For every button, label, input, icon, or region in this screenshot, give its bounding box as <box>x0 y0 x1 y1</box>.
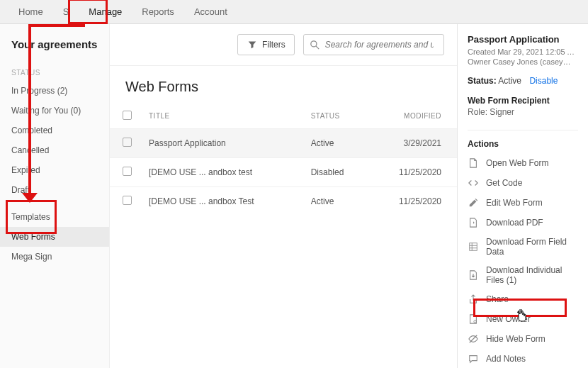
hide-icon <box>468 333 479 345</box>
recipient-block: Web Form Recipient Role: Signer <box>468 96 578 117</box>
table-row[interactable]: [DEMO USE ... andbox test Disabled 11/25… <box>110 158 457 187</box>
sidebar-templates[interactable]: Templates <box>0 207 109 227</box>
action-get-code[interactable]: Get Code <box>468 173 578 193</box>
nav-home[interactable]: Home <box>9 1 53 23</box>
recipient-label: Web Form Recipient <box>468 96 578 106</box>
left-sidebar: Your agreements STATUS In Progress (2) W… <box>0 24 110 368</box>
page-title: Your agreements <box>0 35 109 65</box>
download-data-icon <box>468 241 479 252</box>
action-download-form-field-data[interactable]: Download Form Field Data <box>468 233 578 261</box>
svg-line-4 <box>470 335 477 343</box>
row-checkbox[interactable] <box>123 196 132 205</box>
sidebar-webforms[interactable]: Web Forms <box>0 227 109 247</box>
actions-header: Actions <box>468 130 578 149</box>
row-title: [DEMO USE ... andbox Test <box>140 187 303 216</box>
action-label: Share <box>486 294 509 304</box>
center-pane: Filters Web Forms TITLE STATUS MODIFIED <box>110 24 457 368</box>
action-label: Add Notes <box>486 354 526 364</box>
main-container: Your agreements STATUS In Progress (2) W… <box>0 24 588 368</box>
search-box[interactable] <box>303 34 444 55</box>
new-owner-icon <box>468 313 479 325</box>
sidebar-status-inprogress[interactable]: In Progress (2) <box>0 81 109 101</box>
row-checkbox[interactable] <box>123 167 132 176</box>
table-row[interactable]: Passport Application Active 3/29/2021 <box>110 129 457 158</box>
search-input[interactable] <box>321 40 438 50</box>
filters-button[interactable]: Filters <box>237 34 295 55</box>
action-label: Get Code <box>486 178 522 188</box>
status-label: Status: <box>468 76 497 86</box>
action-open-web-form[interactable]: Open Web Form <box>468 153 578 173</box>
action-label: Download Individual Files (1) <box>486 265 578 285</box>
action-new-owner[interactable]: New Owner <box>468 309 578 329</box>
action-label: New Owner <box>486 314 531 324</box>
nav-account[interactable]: Account <box>184 1 237 23</box>
col-header-modified: MODIFIED <box>368 104 457 129</box>
action-download-pdf[interactable]: Download PDF <box>468 213 578 233</box>
share-icon <box>468 294 479 305</box>
status-section-label: STATUS <box>0 65 109 81</box>
col-header-status: STATUS <box>303 104 369 129</box>
detail-title: Passport Application <box>468 34 578 45</box>
row-status: Disabled <box>303 158 369 187</box>
detail-created: Created Mar 29, 2021 12:05 AM <box>468 48 578 56</box>
row-checkbox[interactable] <box>123 138 132 147</box>
row-modified: 3/29/2021 <box>368 129 457 158</box>
top-nav: Home S Manage Reports Account <box>0 0 588 24</box>
filter-icon <box>247 39 258 50</box>
recipient-role: Role: Signer <box>468 107 578 117</box>
action-download-individual-files[interactable]: Download Individual Files (1) <box>468 261 578 289</box>
row-status: Active <box>303 129 369 158</box>
action-hide-web-form[interactable]: Hide Web Form <box>468 329 578 349</box>
pencil-icon <box>468 197 479 208</box>
content-heading: Web Forms <box>110 66 457 104</box>
detail-pane: Passport Application Created Mar 29, 202… <box>457 24 588 368</box>
action-label: Download Form Field Data <box>486 237 578 257</box>
toolbar: Filters <box>110 24 457 66</box>
notes-icon <box>468 353 479 364</box>
sidebar-megasign[interactable]: Mega Sign <box>0 247 109 267</box>
detail-owner: Owner Casey Jones (casey@caseyjones.d..) <box>468 57 578 66</box>
svg-point-0 <box>311 40 317 46</box>
download-files-icon <box>468 269 479 281</box>
status-value: Active <box>498 76 521 86</box>
download-pdf-icon <box>468 217 479 228</box>
filters-label: Filters <box>262 40 285 50</box>
disable-link[interactable]: Disable <box>529 76 558 86</box>
table-row[interactable]: [DEMO USE ... andbox Test Active 11/25/2… <box>110 187 457 216</box>
row-title: Passport Application <box>140 129 303 158</box>
svg-rect-2 <box>470 243 477 251</box>
code-icon <box>468 177 479 189</box>
action-edit-web-form[interactable]: Edit Web Form <box>468 193 578 213</box>
nav-manage[interactable]: Manage <box>79 1 132 23</box>
row-title: [DEMO USE ... andbox test <box>140 158 303 187</box>
action-add-notes[interactable]: Add Notes <box>468 349 578 368</box>
select-all-checkbox[interactable] <box>123 111 132 120</box>
detail-status-row: Status: Active Disable <box>468 76 578 86</box>
row-modified: 11/25/2020 <box>368 187 457 216</box>
sidebar-status-expired[interactable]: Expired <box>0 160 109 180</box>
sidebar-status-waiting[interactable]: Waiting for You (0) <box>0 101 109 121</box>
action-label: Download PDF <box>486 218 543 228</box>
sidebar-status-cancelled[interactable]: Cancelled <box>0 140 109 160</box>
col-header-title: TITLE <box>140 104 303 129</box>
webforms-table: TITLE STATUS MODIFIED Passport Applicati… <box>110 104 457 216</box>
nav-send[interactable]: S <box>53 1 79 23</box>
action-label: Hide Web Form <box>486 334 545 344</box>
svg-line-1 <box>316 46 319 49</box>
page-icon <box>468 157 479 169</box>
action-label: Edit Web Form <box>486 198 543 208</box>
svg-point-3 <box>474 320 477 323</box>
row-modified: 11/25/2020 <box>368 158 457 187</box>
sidebar-status-completed[interactable]: Completed <box>0 121 109 140</box>
search-icon <box>310 39 321 50</box>
action-share[interactable]: Share <box>468 289 578 309</box>
nav-reports[interactable]: Reports <box>132 1 184 23</box>
row-status: Active <box>303 187 369 216</box>
sidebar-status-draft[interactable]: Draft <box>0 180 109 200</box>
action-label: Open Web Form <box>486 158 548 168</box>
